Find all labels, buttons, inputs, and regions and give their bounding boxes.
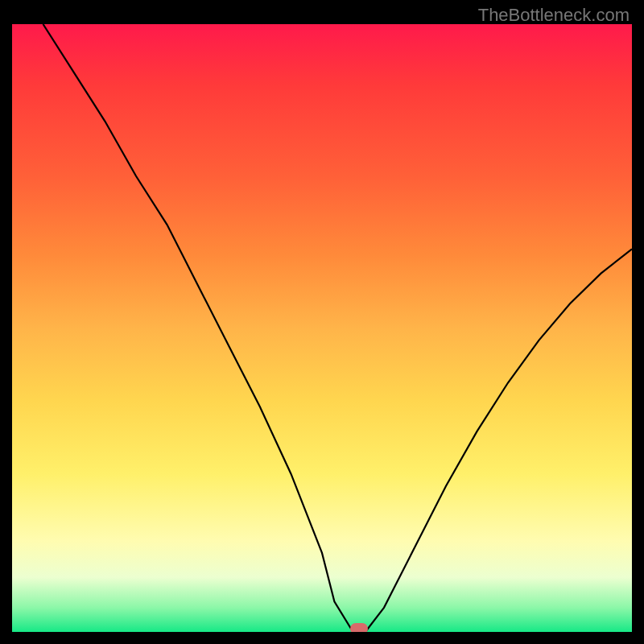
chart-plot-area <box>12 24 632 632</box>
watermark-text: TheBottleneck.com <box>478 5 630 26</box>
bottleneck-curve <box>12 24 632 632</box>
optimum-marker <box>350 623 368 632</box>
